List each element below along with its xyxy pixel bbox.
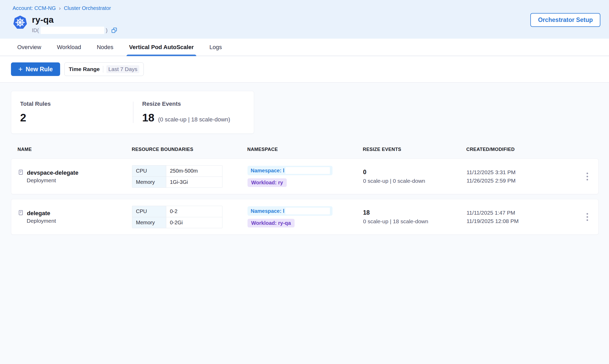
namespace-tag-text: Namespace: l	[251, 208, 284, 214]
namespace-cell: Namespace: l Workload: ry	[248, 166, 363, 187]
cluster-id-suffix: )	[106, 27, 108, 33]
memory-value: 1Gi-3Gi	[166, 177, 222, 187]
resize-count: 18	[363, 209, 467, 216]
cluster-id-prefix: ID(	[32, 27, 39, 33]
row-menu-kebab-icon[interactable]	[584, 171, 590, 183]
page-header: Account: CCM-NG › Cluster Orchestrator	[0, 0, 609, 39]
new-rule-button[interactable]: + New Rule	[11, 62, 60, 76]
title-block: ry-qa ID( )	[32, 15, 117, 34]
cluster-orchestrator-page: Account: CCM-NG › Cluster Orchestrator	[0, 0, 609, 364]
resize-events-cell: 18 0 scale-up | 18 scale-down	[363, 209, 467, 225]
total-rules-label: Total Rules	[20, 101, 124, 107]
orchestrator-setup-button[interactable]: Orchestrator Setup	[530, 13, 600, 27]
rule-kind: Deployment	[27, 177, 132, 184]
table-row[interactable]: devspace-delegate Deployment CPU 250m-50…	[11, 158, 599, 194]
table-header: NAME RESOURCE BOUNDARIES NAMESPACE RESIZ…	[11, 147, 599, 158]
tab-overview[interactable]: Overview	[17, 39, 42, 56]
time-range-divider	[103, 66, 103, 73]
cluster-id-row: ID( )	[32, 27, 117, 34]
tab-logs[interactable]: Logs	[209, 39, 222, 56]
namespace-tag: Namespace: l	[248, 206, 332, 216]
column-header-name: NAME	[18, 147, 132, 152]
breadcrumb-account-link[interactable]: Account: CCM-NG	[13, 5, 56, 11]
content-area: Total Rules 2 Resize Events 18 (0 scale-…	[0, 83, 609, 364]
breadcrumb-separator-icon: ›	[59, 5, 61, 11]
document-icon	[18, 210, 24, 217]
table-row[interactable]: delegate Deployment CPU 0-2 Memory 0-2Gi	[11, 199, 599, 235]
breadcrumb-cluster-orchestrator-link[interactable]: Cluster Orchestrator	[64, 5, 111, 11]
document-icon	[18, 169, 24, 176]
resize-events-label: Resize Events	[142, 101, 230, 107]
column-header-resource-boundaries: RESOURCE BOUNDARIES	[132, 147, 247, 152]
memory-value: 0-2Gi	[166, 217, 222, 228]
cpu-value: 250m-500m	[166, 166, 222, 177]
modified-date: 11/26/2025 2:59 PM	[467, 178, 576, 184]
resize-events-detail: (0 scale-up | 18 scale-down)	[158, 116, 230, 123]
resize-events-value: 18	[142, 111, 154, 124]
created-date: 11/11/2025 1:47 PM	[467, 210, 576, 216]
total-rules-value: 2	[20, 111, 26, 124]
namespace-redacted-value	[285, 167, 330, 174]
plus-icon: +	[18, 66, 22, 73]
rule-kind: Deployment	[27, 218, 132, 224]
workload-tag: Workload: ry-qa	[248, 219, 295, 227]
resize-detail: 0 scale-up | 18 scale-down	[363, 218, 467, 225]
row-menu-kebab-icon[interactable]	[584, 211, 590, 223]
column-header-namespace: NAMESPACE	[247, 147, 363, 152]
toolbar: + New Rule Time Range Last 7 Days	[0, 56, 609, 83]
resource-boundaries-cell: CPU 250m-500m Memory 1Gi-3Gi	[132, 165, 248, 188]
namespace-tag-text: Namespace: l	[251, 168, 284, 174]
tab-nodes[interactable]: Nodes	[96, 39, 114, 56]
rule-name: devspace-delegate	[27, 169, 78, 176]
time-range-button[interactable]: Time Range Last 7 Days	[64, 62, 144, 76]
column-header-resize-events: RESIZE EVENTS	[363, 147, 466, 152]
cpu-value: 0-2	[166, 206, 222, 217]
resource-boundaries-cell: CPU 0-2 Memory 0-2Gi	[132, 206, 248, 228]
kubernetes-icon	[13, 15, 28, 30]
resize-count: 0	[363, 169, 467, 176]
workload-tag: Workload: ry	[248, 178, 287, 187]
modified-date: 11/19/2025 12:08 PM	[467, 218, 576, 224]
created-modified-cell: 11/12/2025 3:31 PM 11/26/2025 2:59 PM	[467, 169, 576, 184]
resize-events-cell: 0 0 scale-up | 0 scale-down	[363, 169, 467, 184]
stats-card: Total Rules 2 Resize Events 18 (0 scale-…	[11, 91, 254, 134]
memory-label: Memory	[132, 177, 166, 187]
namespace-tag: Namespace: l	[248, 166, 332, 175]
created-modified-cell: 11/11/2025 1:47 PM 11/19/2025 12:08 PM	[467, 210, 576, 224]
created-date: 11/12/2025 3:31 PM	[467, 169, 576, 175]
resize-events-stat: Resize Events 18 (0 scale-up | 18 scale-…	[133, 101, 239, 124]
namespace-redacted-value	[285, 208, 330, 214]
copy-icon[interactable]	[111, 27, 117, 33]
total-rules-stat: Total Rules 2	[11, 101, 133, 124]
rule-name: delegate	[27, 210, 50, 217]
new-rule-label: New Rule	[26, 66, 53, 73]
rule-name-cell: devspace-delegate Deployment	[18, 169, 132, 184]
tab-bar: Overview Workload Nodes Vertical Pod Aut…	[0, 39, 609, 56]
rule-name-cell: delegate Deployment	[18, 210, 132, 224]
memory-label: Memory	[132, 217, 166, 228]
time-range-value: Last 7 Days	[106, 65, 140, 73]
page-title: ry-qa	[32, 15, 117, 25]
tab-workload[interactable]: Workload	[56, 39, 82, 56]
cluster-id-redacted-value	[41, 27, 104, 34]
column-header-created-modified: CREATED/MODIFIED	[466, 147, 576, 152]
namespace-cell: Namespace: l Workload: ry-qa	[248, 206, 363, 227]
time-range-label: Time Range	[69, 66, 100, 72]
header-main: ry-qa ID( )	[13, 15, 600, 34]
cpu-label: CPU	[132, 206, 166, 217]
breadcrumb: Account: CCM-NG › Cluster Orchestrator	[13, 5, 600, 11]
cpu-label: CPU	[132, 166, 166, 177]
tab-vertical-pod-autoscaler[interactable]: Vertical Pod AutoScaler	[129, 39, 194, 56]
resize-detail: 0 scale-up | 0 scale-down	[363, 178, 467, 184]
